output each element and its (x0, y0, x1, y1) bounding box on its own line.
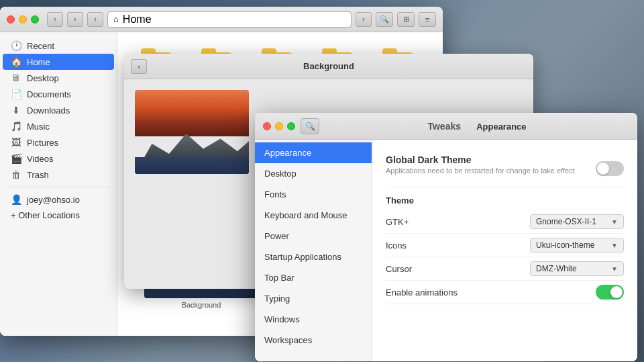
tweaks-menu-item-desktop[interactable]: Desktop (255, 163, 372, 184)
sidebar-item-label: Trash (27, 170, 49, 180)
background-title: Background (303, 61, 354, 71)
sidebar-item-downloads[interactable]: ⬇ Downloads (3, 102, 114, 118)
tweaks-menu-item-typing[interactable]: Typing (255, 288, 372, 309)
location-text: Home (123, 13, 152, 26)
background-titlebar: ‹ Background (124, 54, 533, 79)
sidebar-item-label: Recent (27, 41, 54, 51)
gtk-value: Gnome-OSX-II-1 (536, 217, 596, 226)
pictures-icon: 🖼 (11, 137, 21, 148)
sidebar-item-label: Documents (27, 89, 71, 99)
sidebar-item-recent[interactable]: 🕐 Recent (3, 38, 114, 54)
tweaks-maximize-button[interactable] (287, 122, 295, 130)
list-item[interactable] (135, 90, 249, 174)
tweaks-close-button[interactable] (263, 122, 271, 130)
bg-preview-label: Background (182, 301, 221, 309)
cursor-dropdown[interactable]: DMZ-White ▼ (530, 261, 624, 276)
sidebar-item-home[interactable]: 🏠 Home (3, 54, 114, 70)
tweaks-menu-item-keyboard[interactable]: Keyboard and Mouse (255, 205, 372, 226)
traffic-lights (7, 15, 39, 24)
recent-icon: 🕐 (11, 40, 21, 51)
tweaks-window: 🔍 Tweaks Appearance Appearance Desktop F… (255, 113, 637, 361)
icons-dropdown[interactable]: Ukui-icon-theme ▼ (530, 238, 624, 253)
sidebar-item-other-locations[interactable]: + Other Locations (3, 208, 114, 223)
tweaks-menu-item-topbar[interactable]: Top Bar (255, 267, 372, 288)
home-icon: 🏠 (11, 56, 21, 67)
sidebar-item-label: Desktop (27, 73, 59, 83)
music-icon: 🎵 (11, 121, 21, 132)
sidebar-item-label: Videos (27, 154, 54, 164)
tweaks-menu-item-workspaces[interactable]: Workspaces (255, 330, 372, 351)
menu-button[interactable]: ≡ (419, 12, 436, 27)
theme-section-label: Theme (386, 195, 414, 206)
sidebar: 🕐 Recent 🏠 Home 🖥 Desktop 📄 Documents ⬇ … (0, 32, 117, 336)
dark-theme-toggle[interactable] (596, 161, 624, 176)
tweaks-search-button[interactable]: 🔍 (301, 118, 319, 134)
chevron-down-icon: ▼ (611, 265, 618, 273)
tweaks-menu-item-appearance[interactable]: Appearance (255, 142, 372, 163)
bg-back-button[interactable]: ‹ (131, 59, 147, 74)
forward-button[interactable]: › (67, 12, 83, 27)
sidebar-item-videos[interactable]: 🎬 Videos (3, 150, 114, 167)
prev-button[interactable]: ‹ (87, 12, 103, 27)
tweaks-menu-item-startup[interactable]: Startup Applications (255, 246, 372, 267)
gtk-dropdown[interactable]: Gnome-OSX-II-1 ▼ (530, 214, 624, 229)
cursor-value: DMZ-White (536, 264, 577, 273)
file-manager-titlebar: ‹ › ‹ ⌂ Home › 🔍 ⊞ ≡ (0, 7, 443, 32)
next-page-button[interactable]: › (356, 12, 372, 27)
icons-label: Icons (386, 240, 407, 251)
dark-theme-label: Global Dark Theme (386, 154, 575, 165)
sidebar-item-label: Pictures (27, 138, 58, 148)
sidebar-item-desktop[interactable]: 🖥 Desktop (3, 70, 114, 86)
user-icon: 👤 (11, 194, 21, 205)
back-button[interactable]: ‹ (47, 12, 63, 27)
sidebar-item-label: joey@ohso.io (27, 195, 80, 205)
sidebar-item-label: Downloads (27, 105, 70, 116)
tweaks-menu-item-fonts[interactable]: Fonts (255, 184, 372, 205)
cursor-row: Cursor DMZ-White ▼ (386, 257, 624, 281)
downloads-icon: ⬇ (11, 105, 21, 116)
sidebar-item-documents[interactable]: 📄 Documents (3, 86, 114, 102)
icons-row: Icons Ukui-icon-theme ▼ (386, 234, 624, 257)
sidebar-item-user[interactable]: 👤 joey@ohso.io (3, 191, 114, 208)
videos-icon: 🎬 (11, 153, 21, 164)
home-icon: ⌂ (113, 14, 119, 24)
sidebar-item-trash[interactable]: 🗑 Trash (3, 167, 114, 183)
tweaks-body: Appearance Desktop Fonts Keyboard and Mo… (255, 140, 637, 361)
animations-label: Enable animations (386, 287, 458, 298)
tweaks-content: Global Dark Theme Applications need to b… (372, 140, 637, 361)
tweaks-sidebar: Appearance Desktop Fonts Keyboard and Mo… (255, 140, 372, 361)
documents-icon: 📄 (11, 89, 21, 99)
search-button[interactable]: 🔍 (376, 12, 393, 27)
chevron-down-icon: ▼ (611, 218, 618, 226)
sidebar-item-label: Home (27, 57, 50, 67)
icons-value: Ukui-icon-theme (536, 240, 594, 250)
chevron-down-icon: ▼ (611, 242, 618, 249)
tweaks-menu-item-windows[interactable]: Windows (255, 309, 372, 330)
bg-thumbnail (135, 90, 249, 174)
tweaks-menu-item-power[interactable]: Power (255, 226, 372, 246)
sidebar-item-pictures[interactable]: 🖼 Pictures (3, 134, 114, 150)
cursor-label: Cursor (386, 264, 412, 274)
dark-theme-sub: Applications need to be restarted for ch… (386, 167, 575, 175)
animations-row: Enable animations (386, 281, 624, 304)
dark-theme-row: Global Dark Theme Applications need to b… (386, 150, 624, 187)
minimize-button[interactable] (19, 15, 27, 24)
desktop-icon: 🖥 (11, 73, 21, 83)
maximize-button[interactable] (31, 15, 39, 24)
gtk-row: GTK+ Gnome-OSX-II-1 ▼ (386, 210, 624, 234)
grid-view-button[interactable]: ⊞ (397, 12, 415, 27)
sidebar-item-label: + Other Locations (11, 210, 80, 220)
tweaks-titlebar: 🔍 Tweaks Appearance (255, 113, 637, 140)
tweaks-active-tab: Appearance (476, 122, 526, 132)
sidebar-item-music[interactable]: 🎵 Music (3, 118, 114, 134)
tweaks-title: Tweaks Appearance (325, 121, 629, 132)
theme-section-header: Theme (386, 194, 624, 206)
sidebar-item-label: Music (27, 122, 50, 132)
close-button[interactable] (7, 15, 15, 24)
location-bar[interactable]: ⌂ Home (107, 11, 352, 28)
animations-toggle[interactable] (596, 285, 624, 300)
gtk-label: GTK+ (386, 217, 409, 227)
trash-icon: 🗑 (11, 169, 21, 180)
tweaks-minimize-button[interactable] (275, 122, 283, 130)
tweaks-app-name: Tweaks (427, 121, 461, 132)
